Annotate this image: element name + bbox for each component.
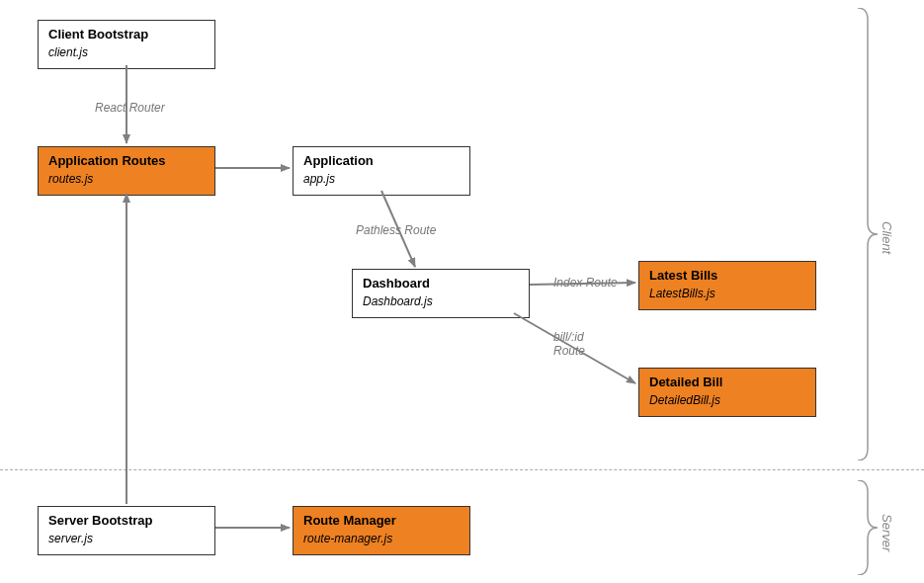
node-title: Dashboard (363, 276, 519, 292)
node-file: routes.js (48, 172, 205, 188)
node-file: DetailedBill.js (649, 393, 805, 409)
node-route-manager: Route Manager route-manager.js (293, 506, 470, 555)
node-title: Client Bootstrap (48, 27, 205, 43)
node-title: Application Routes (48, 153, 205, 170)
node-latest-bills: Latest Bills LatestBills.js (638, 261, 816, 310)
node-application-routes: Application Routes routes.js (38, 146, 215, 196)
node-title: Server Bootstrap (48, 513, 205, 530)
node-server-bootstrap: Server Bootstrap server.js (38, 506, 215, 555)
node-dashboard: Dashboard Dashboard.js (352, 269, 530, 318)
node-file: Dashboard.js (363, 294, 519, 310)
node-title: Application (303, 153, 460, 170)
node-file: LatestBills.js (649, 287, 805, 302)
node-file: route-manager.js (303, 532, 460, 547)
node-detailed-bill: Detailed Bill DetailedBill.js (638, 368, 816, 417)
node-title: Route Manager (303, 513, 460, 530)
brace-client (856, 8, 880, 460)
node-title: Latest Bills (649, 268, 805, 285)
node-file: client.js (48, 45, 205, 61)
node-title: Detailed Bill (649, 375, 805, 391)
edge-label-index-route: Index Route (553, 277, 618, 291)
edge-label-pathless-route: Pathless Route (356, 224, 436, 238)
node-client-bootstrap: Client Bootstrap client.js (38, 20, 215, 69)
edge-label-bill-id-route: bill/:id Route (553, 331, 585, 359)
node-file: server.js (48, 532, 205, 547)
section-label-client: Client (880, 221, 894, 254)
node-application: Application app.js (293, 146, 470, 196)
edge-label-react-router: React Router (95, 102, 165, 116)
section-divider (0, 469, 924, 470)
brace-server (856, 480, 880, 575)
section-label-server: Server (880, 514, 894, 551)
node-file: app.js (303, 172, 460, 188)
